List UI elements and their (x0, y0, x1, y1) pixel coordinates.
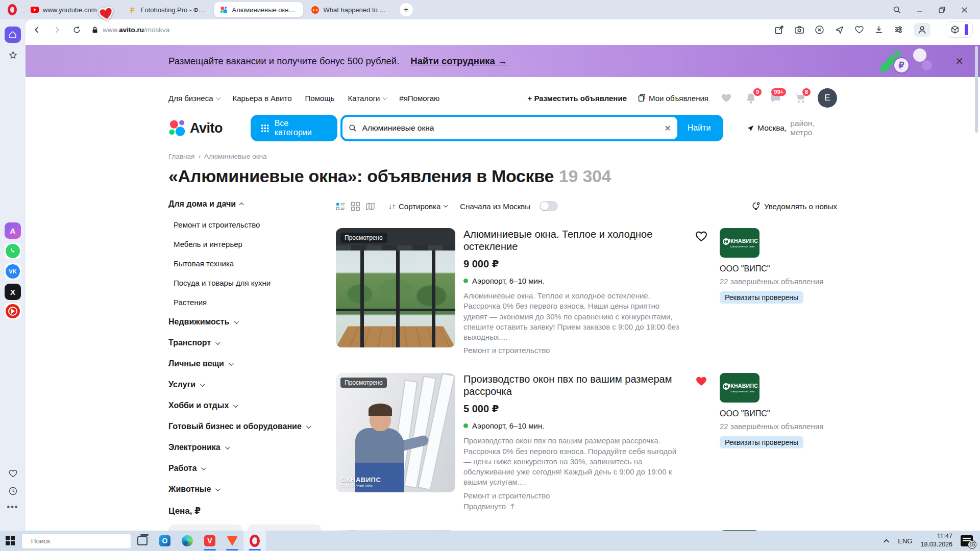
language-indicator[interactable]: ENG (898, 537, 912, 545)
opera-menu-button[interactable] (5, 3, 19, 17)
tray-expand-chevron[interactable] (883, 539, 890, 543)
category-furniture[interactable]: Мебель и интерьер (174, 240, 336, 248)
taskbar-search[interactable] (21, 533, 131, 549)
price-from-input[interactable] (168, 524, 242, 531)
adblock-shield-icon[interactable] (815, 25, 824, 35)
first-moscow-toggle[interactable] (540, 201, 558, 211)
seller-logo[interactable]: ОКНАВИПСсовершенные окна (720, 373, 760, 403)
close-button[interactable] (960, 5, 969, 14)
sidebar-more-icon[interactable]: ••• (5, 499, 21, 515)
page-scrollbar[interactable] (975, 46, 978, 133)
category-business[interactable]: Готовый бизнес и оборудование (168, 422, 336, 431)
reload-button[interactable] (72, 26, 81, 34)
category-realty[interactable]: Недвижимость (168, 317, 336, 327)
nav-catalogs[interactable]: Каталоги (348, 94, 386, 103)
header-notifications-icon[interactable]: 9 (744, 92, 757, 104)
youtube-music-icon[interactable] (5, 303, 21, 319)
restore-button[interactable] (937, 5, 946, 14)
seller-logo[interactable]: ОКНАВИПСсовершенные окна (720, 228, 760, 258)
whatsapp-icon[interactable] (5, 243, 21, 259)
tab-fotohosting[interactable]: F Fotohosting.Pro - Фотохо (122, 2, 212, 17)
speed-dial-home-button[interactable] (5, 27, 21, 43)
task-view-button[interactable] (131, 531, 154, 551)
send-to-device-icon[interactable] (835, 25, 844, 35)
breadcrumb-current[interactable]: Алюминиевые окна (204, 153, 267, 160)
tab-youtube[interactable]: www.youtube.com (24, 2, 103, 17)
header-cart-icon[interactable]: 8 (793, 92, 806, 104)
profile-avatar[interactable]: E (818, 88, 837, 108)
header-messages-icon[interactable]: 99+ (769, 92, 782, 104)
category-jobs[interactable]: Работа (168, 464, 336, 473)
favorite-heart-icon[interactable] (695, 230, 708, 242)
new-tab-button[interactable]: + (400, 3, 413, 16)
nav-ihelp[interactable]: #яПомогаю (399, 94, 439, 103)
bookmarks-star-icon[interactable] (5, 47, 21, 63)
banner-close-icon[interactable]: ✕ (955, 55, 964, 67)
seller-name[interactable]: ООО "ВИПС" (720, 264, 837, 273)
favorites-heart-icon[interactable] (854, 25, 864, 34)
header-favorites-icon[interactable] (720, 92, 733, 104)
find-button[interactable]: Найти (677, 123, 721, 133)
sidebar-heart-icon[interactable] (5, 465, 21, 482)
my-ads-button[interactable]: Мои объявления (638, 94, 708, 103)
listing-photo[interactable]: Просмотрено (336, 228, 455, 347)
start-button[interactable] (0, 536, 20, 545)
all-categories-button[interactable]: Все категории (251, 115, 337, 141)
clear-search-icon[interactable]: ✕ (664, 123, 671, 133)
taskbar-opera[interactable] (243, 531, 266, 551)
category-home-garden[interactable]: Для дома и дачи (168, 199, 336, 209)
address-bar[interactable]: www.avito.ru/moskva (91, 26, 169, 34)
minimize-button[interactable] (915, 5, 924, 14)
listing-title[interactable]: Алюминиевые окна. Теплое и холодное осте… (463, 228, 683, 253)
breadcrumb-home[interactable]: Главная (168, 153, 194, 160)
banner-link[interactable]: Найти сотрудника → (410, 56, 507, 67)
vk-icon[interactable]: VK (5, 263, 21, 280)
taskbar-outlook[interactable] (154, 531, 176, 551)
forward-button[interactable] (53, 26, 61, 34)
category-animals[interactable]: Животные (168, 485, 336, 494)
price-to-input[interactable] (248, 524, 322, 531)
taskbar-search-input[interactable] (30, 537, 122, 545)
back-button[interactable] (33, 26, 41, 34)
avito-logo[interactable]: Avito (168, 119, 243, 137)
place-ad-button[interactable]: + Разместить объявление (528, 94, 627, 103)
search-input[interactable] (361, 123, 660, 133)
nav-career[interactable]: Карьера в Авито (233, 94, 292, 103)
profile-button[interactable] (914, 23, 930, 37)
category-services[interactable]: Услуги (168, 380, 336, 389)
category-hobby[interactable]: Хобби и отдых (168, 401, 336, 410)
grid-view-icon[interactable] (351, 202, 360, 211)
sort-button[interactable]: ↓↑ Сортировка (388, 202, 447, 211)
category-kitchen[interactable]: Посуда и товары для кухни (174, 279, 336, 287)
tab-avito-active[interactable]: Алюминиевые окна - Ав (214, 2, 303, 17)
list-view-icon[interactable] (336, 202, 346, 211)
share-edit-icon[interactable] (774, 25, 784, 35)
category-repair[interactable]: Ремонт и строительство (174, 220, 336, 229)
aria-ai-icon[interactable]: A (5, 222, 21, 239)
browser-search-icon[interactable] (892, 5, 901, 14)
category-electronics[interactable]: Электроника (168, 443, 336, 452)
seller-name[interactable]: ООО "ВИПС" (720, 409, 837, 418)
x-twitter-icon[interactable]: X (5, 284, 21, 300)
nav-for-business[interactable]: Для бизнеса (168, 94, 219, 103)
category-personal[interactable]: Личные вещи (168, 359, 336, 368)
listing-title[interactable]: Производство окон пвх по вашим размерам … (463, 373, 683, 397)
location-selector[interactable]: Москва, район, метро (747, 119, 837, 137)
category-plants[interactable]: Растения (174, 298, 336, 307)
history-clock-icon[interactable] (5, 483, 21, 499)
extensions-panel[interactable] (946, 21, 973, 38)
downloads-icon[interactable] (874, 25, 884, 34)
nav-help[interactable]: Помощь (305, 94, 335, 103)
favorite-heart-icon-active[interactable] (695, 375, 708, 387)
listing-photo[interactable]: ОКНАВИПСсовершенные окна Просмотрено (336, 373, 455, 492)
tab-reddit[interactable]: What happened to my go (305, 2, 395, 17)
taskbar-edge[interactable] (176, 531, 199, 551)
category-transport[interactable]: Транспорт (168, 338, 336, 347)
category-appliances[interactable]: Бытовая техника (174, 259, 336, 268)
notify-new-button[interactable]: Уведомлять о новых (751, 202, 837, 211)
taskbar-brave[interactable] (221, 531, 243, 551)
customize-sliders-icon[interactable] (894, 25, 903, 34)
taskbar-vivaldi[interactable]: V (199, 531, 221, 551)
notification-center-icon[interactable]: 15 (961, 535, 973, 546)
snapshot-camera-icon[interactable] (794, 25, 804, 34)
